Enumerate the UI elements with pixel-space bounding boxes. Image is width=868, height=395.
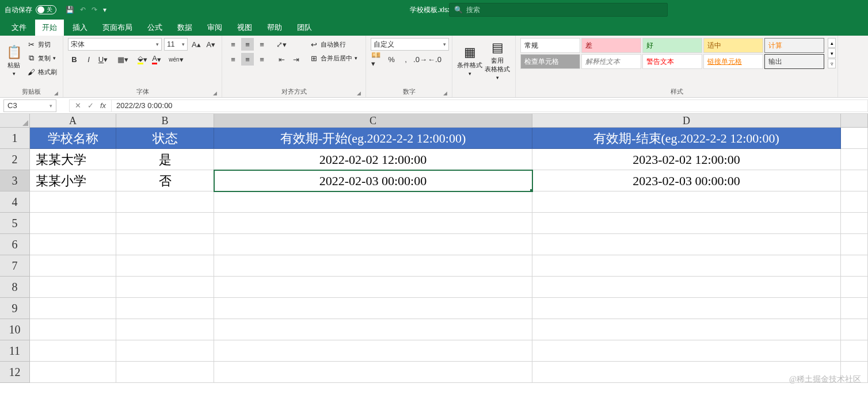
style-explain[interactable]: 解释性文本 — [581, 54, 641, 69]
increase-decimal-button[interactable]: .0→ — [414, 53, 427, 66]
paste-button[interactable]: 📋粘贴▾ — [5, 38, 23, 83]
tab-review[interactable]: 审阅 — [200, 20, 229, 36]
search-box[interactable]: 🔍 搜索 — [449, 3, 668, 17]
font-launcher-icon[interactable]: ◢ — [213, 90, 217, 96]
cell-D1[interactable]: 有效期-结束(eg.2022-2-2 12:00:00) — [532, 128, 841, 149]
style-neutral[interactable]: 适中 — [703, 38, 763, 53]
bold-button[interactable]: B — [68, 53, 81, 66]
save-icon[interactable]: 💾 — [66, 6, 74, 14]
col-header-B[interactable]: B — [116, 114, 214, 128]
tab-team[interactable]: 团队 — [290, 20, 319, 36]
style-bad[interactable]: 差 — [581, 38, 641, 53]
row-header-4[interactable]: 4 — [0, 191, 30, 213]
underline-button[interactable]: U▾ — [97, 53, 109, 66]
row-header-12[interactable]: 12 — [0, 362, 30, 383]
cell-C3[interactable]: 2022-02-03 00:00:00 — [214, 170, 532, 191]
tab-home[interactable]: 开始 — [35, 19, 64, 36]
row-header-10[interactable]: 10 — [0, 319, 30, 340]
copy-button[interactable]: ⧉复制▾ — [25, 52, 58, 64]
align-left-button[interactable]: ≡ — [227, 53, 239, 66]
cell-D3[interactable]: 2023-02-03 00:00:00 — [532, 170, 841, 191]
undo-icon[interactable]: ↶ — [80, 6, 86, 14]
row-header-3[interactable]: 3 — [0, 170, 30, 191]
format-as-table-button[interactable]: ▤套用 表格格式▾ — [485, 38, 510, 83]
cell-styles-gallery[interactable]: 常规 差 好 适中 计算 检查单元格 解释性文本 警告文本 链接单元格 输出 — [520, 38, 824, 69]
border-button[interactable]: ▦▾ — [116, 53, 129, 66]
cell-C1[interactable]: 有效期-开始(eg.2022-2-2 12:00:00) — [214, 128, 532, 149]
row-header-9[interactable]: 9 — [0, 298, 30, 319]
worksheet[interactable]: A B C D 1 学校名称 状态 有效期-开始(eg.2022-2-2 12:… — [0, 114, 868, 383]
increase-font-icon[interactable]: A▴ — [190, 38, 202, 51]
row-header-11[interactable]: 11 — [0, 340, 30, 362]
cancel-formula-icon[interactable]: ✕ — [72, 101, 83, 110]
conditional-format-button[interactable]: ▦条件格式▾ — [457, 38, 482, 83]
styles-more-icon[interactable]: ▿ — [828, 59, 836, 68]
style-normal[interactable]: 常规 — [520, 38, 580, 53]
font-size-select[interactable]: 11▾ — [164, 38, 188, 51]
decrease-indent-button[interactable]: ⇤ — [275, 53, 288, 66]
increase-indent-button[interactable]: ⇥ — [290, 53, 302, 66]
tab-formula[interactable]: 公式 — [140, 20, 169, 36]
name-box[interactable]: C3▾ — [3, 99, 56, 112]
fill-color-button[interactable]: ⬙▾ — [136, 53, 149, 66]
row-header-7[interactable]: 7 — [0, 255, 30, 277]
style-calc[interactable]: 计算 — [764, 38, 824, 53]
qat-more-icon[interactable]: ▾ — [103, 6, 106, 14]
row-header-1[interactable]: 1 — [0, 128, 30, 149]
align-bottom-button[interactable]: ≡ — [256, 38, 268, 51]
italic-button[interactable]: I — [82, 53, 95, 66]
row-header-8[interactable]: 8 — [0, 277, 30, 298]
decrease-decimal-button[interactable]: ←.0 — [428, 53, 441, 66]
cell-A1[interactable]: 学校名称 — [30, 128, 116, 149]
col-header-C[interactable]: C — [214, 114, 532, 128]
decrease-font-icon[interactable]: A▾ — [205, 38, 217, 51]
confirm-formula-icon[interactable]: ✓ — [85, 101, 96, 110]
number-launcher-icon[interactable]: ◢ — [443, 90, 447, 96]
row-header-2[interactable]: 2 — [0, 149, 30, 170]
align-launcher-icon[interactable]: ◢ — [357, 90, 361, 96]
redo-icon[interactable]: ↷ — [92, 6, 97, 14]
cut-button[interactable]: ✂剪切 — [25, 38, 58, 51]
styles-down-icon[interactable]: ▾ — [828, 48, 836, 58]
style-warn[interactable]: 警告文本 — [642, 54, 702, 69]
tab-help[interactable]: 帮助 — [260, 20, 289, 36]
tab-layout[interactable]: 页面布局 — [96, 20, 139, 36]
style-check[interactable]: 检查单元格 — [520, 54, 580, 69]
tab-insert[interactable]: 插入 — [66, 20, 94, 36]
align-top-button[interactable]: ≡ — [227, 38, 239, 51]
cell-B1[interactable]: 状态 — [116, 128, 214, 149]
col-header-extra[interactable] — [841, 114, 868, 128]
align-right-button[interactable]: ≡ — [256, 53, 268, 66]
fx-icon[interactable]: fx — [97, 101, 109, 110]
style-good[interactable]: 好 — [642, 38, 702, 53]
cell-C2[interactable]: 2022-02-02 12:00:00 — [214, 149, 532, 170]
row-header-5[interactable]: 5 — [0, 213, 30, 234]
align-center-button[interactable]: ≡ — [241, 53, 254, 66]
select-all-button[interactable] — [0, 114, 30, 128]
merge-center-button[interactable]: ⊞合并后居中▾ — [308, 52, 359, 64]
font-name-select[interactable]: 宋体▾ — [68, 38, 162, 51]
align-middle-button[interactable]: ≡ — [241, 38, 254, 51]
tab-data[interactable]: 数据 — [170, 20, 199, 36]
clipboard-launcher-icon[interactable]: ◢ — [54, 90, 58, 96]
phonetic-button[interactable]: wén▾ — [170, 53, 182, 66]
autosave-toggle[interactable]: 自动保存 关 — [0, 5, 61, 15]
style-link[interactable]: 链接单元格 — [703, 54, 763, 69]
cell-D2[interactable]: 2023-02-02 12:00:00 — [532, 149, 841, 170]
comma-button[interactable]: , — [399, 53, 412, 66]
col-header-D[interactable]: D — [532, 114, 841, 128]
cell-A3[interactable]: 某某小学 — [30, 170, 116, 191]
tab-file[interactable]: 文件 — [5, 20, 33, 36]
wrap-text-button[interactable]: ↩自动换行 — [308, 38, 359, 51]
percent-button[interactable]: % — [385, 53, 398, 66]
col-header-A[interactable]: A — [30, 114, 116, 128]
format-painter-button[interactable]: 🖌格式刷 — [25, 66, 58, 78]
tab-view[interactable]: 视图 — [230, 20, 259, 36]
cell-A2[interactable]: 某某大学 — [30, 149, 116, 170]
number-format-select[interactable]: 自定义▾ — [371, 38, 449, 51]
cell-B3[interactable]: 否 — [116, 170, 214, 191]
row-header-6[interactable]: 6 — [0, 234, 30, 255]
currency-button[interactable]: 💴▾ — [371, 53, 383, 66]
orientation-button[interactable]: ⤢▾ — [275, 38, 288, 51]
font-color-button[interactable]: A▾ — [150, 53, 163, 66]
